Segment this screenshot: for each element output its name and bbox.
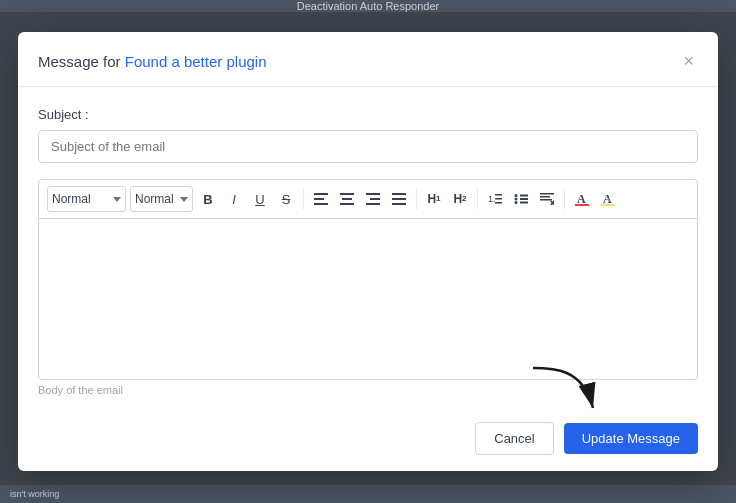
svg-rect-21	[520, 202, 528, 204]
svg-rect-9	[392, 193, 406, 195]
svg-rect-22	[540, 193, 554, 195]
svg-rect-20	[520, 198, 528, 200]
svg-rect-0	[314, 193, 328, 195]
subject-input[interactable]	[38, 130, 698, 163]
h1-button[interactable]: H1	[423, 188, 445, 210]
align-left-button[interactable]	[310, 188, 332, 210]
svg-rect-3	[340, 193, 354, 195]
bottom-bar-text: isn't working	[10, 489, 59, 499]
divider-4	[564, 189, 565, 209]
svg-rect-1	[314, 198, 324, 200]
ordered-list-button[interactable]: 1.	[484, 188, 506, 210]
svg-rect-19	[520, 195, 528, 197]
cancel-button[interactable]: Cancel	[475, 422, 553, 455]
svg-point-18	[515, 201, 518, 204]
svg-point-17	[515, 198, 518, 201]
toolbar: Normal Heading 1 Heading 2 Heading 3 Nor…	[39, 180, 697, 219]
svg-rect-13	[495, 194, 502, 196]
divider-1	[303, 189, 304, 209]
svg-rect-8	[366, 203, 380, 205]
justify-button[interactable]	[388, 188, 410, 210]
editor-area[interactable]	[39, 219, 697, 379]
svg-rect-7	[370, 198, 380, 200]
svg-rect-28	[575, 204, 589, 206]
svg-rect-6	[366, 193, 380, 195]
font-size-select[interactable]: Normal Small Large	[130, 186, 193, 212]
svg-rect-11	[392, 203, 406, 205]
message-modal: Message for Found a better plugin × Subj…	[18, 32, 718, 471]
divider-2	[416, 189, 417, 209]
strikethrough-button[interactable]: S	[275, 188, 297, 210]
svg-rect-5	[340, 203, 354, 205]
underline-button[interactable]: U	[249, 188, 271, 210]
unordered-list-button[interactable]	[510, 188, 532, 210]
modal-footer: Cancel Update Message	[18, 410, 718, 471]
svg-rect-10	[392, 198, 406, 200]
h2-button[interactable]: H2	[449, 188, 471, 210]
modal-title-link[interactable]: Found a better plugin	[125, 53, 267, 70]
close-button[interactable]: ×	[679, 50, 698, 72]
svg-rect-24	[540, 199, 552, 201]
bottom-bar: isn't working	[0, 485, 736, 503]
bold-button[interactable]: B	[197, 188, 219, 210]
font-color-button[interactable]: A	[571, 188, 593, 210]
font-style-select[interactable]: Normal Heading 1 Heading 2 Heading 3	[47, 186, 126, 212]
divider-3	[477, 189, 478, 209]
svg-rect-15	[495, 202, 502, 204]
svg-point-16	[515, 194, 518, 197]
svg-rect-4	[342, 198, 352, 200]
subject-label: Subject :	[38, 107, 698, 122]
arrow-indicator	[523, 363, 603, 423]
modal-body: Subject : Normal Heading 1 Heading 2 Hea…	[18, 87, 718, 410]
highlight-button[interactable]: A	[597, 188, 619, 210]
italic-button[interactable]: I	[223, 188, 245, 210]
svg-text:1.: 1.	[488, 194, 496, 204]
modal-title: Message for Found a better plugin	[38, 53, 267, 70]
svg-rect-30	[601, 204, 615, 206]
align-center-button[interactable]	[336, 188, 358, 210]
align-right-button[interactable]	[362, 188, 384, 210]
svg-rect-2	[314, 203, 328, 205]
svg-rect-23	[540, 196, 550, 198]
top-bar-text: Deactivation Auto Responder	[297, 0, 439, 12]
remove-format-button[interactable]	[536, 188, 558, 210]
svg-text:A: A	[603, 192, 612, 206]
editor-container: Normal Heading 1 Heading 2 Heading 3 Nor…	[38, 179, 698, 380]
svg-rect-14	[495, 198, 502, 200]
svg-text:A: A	[577, 192, 586, 206]
update-message-button[interactable]: Update Message	[564, 423, 698, 454]
modal-header: Message for Found a better plugin ×	[18, 32, 718, 87]
